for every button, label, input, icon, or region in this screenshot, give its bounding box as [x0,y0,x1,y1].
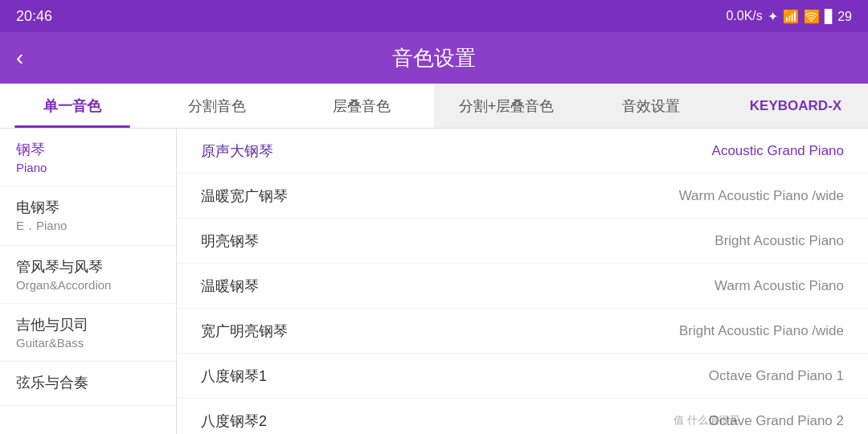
category-list: 钢琴 Piano 电钢琴 E．Piano 管风琴与风琴 Organ&Accord… [0,129,177,434]
tab-split-layer[interactable]: 分割+层叠音色 [434,84,579,128]
page-title: 音色设置 [392,44,476,72]
tab-split[interactable]: 分割音色 [145,84,289,128]
status-bar: 20:46 0.0K/s ✦ 📶 🛜 ▊ 29 [0,0,868,32]
wifi-icon: 🛜 [804,9,820,24]
tab-single[interactable]: 单一音色 [0,84,145,128]
status-right: 0.0K/s ✦ 📶 🛜 ▊ 29 [726,9,852,24]
tab-bar: 单一音色 分割音色 层叠音色 分割+层叠音色 音效设置 KEYBOARD-X [0,84,868,129]
category-item-strings[interactable]: 弦乐与合奏 [0,362,176,406]
battery-icon: ▊ 29 [825,9,852,24]
sound-item-5[interactable]: 八度钢琴1 Octave Grand Piano 1 [177,354,868,399]
tab-effects[interactable]: 音效设置 [579,84,723,128]
category-item-organ[interactable]: 管风琴与风琴 Organ&Accordion [0,246,176,304]
content-area: 钢琴 Piano 电钢琴 E．Piano 管风琴与风琴 Organ&Accord… [0,129,868,434]
network-speed: 0.0K/s [726,9,762,23]
back-button[interactable]: ‹ [16,45,23,71]
header: ‹ 音色设置 [0,32,868,84]
status-time: 20:46 [16,8,52,25]
category-item-guitar[interactable]: 吉他与贝司 Guitar&Bass [0,304,176,362]
category-item-epiano[interactable]: 电钢琴 E．Piano [0,186,176,246]
sound-item-2[interactable]: 明亮钢琴 Bright Acoustic Piano [177,219,868,264]
category-item-piano[interactable]: 钢琴 Piano [0,129,176,186]
tab-layer[interactable]: 层叠音色 [289,84,434,128]
tab-keyboard-x[interactable]: KEYBOARD-X [723,84,868,128]
signal-icon: 📶 [783,9,799,24]
sound-item-4[interactable]: 宽广明亮钢琴 Bright Acoustic Piano /wide [177,309,868,354]
sound-item-0[interactable]: 原声大钢琴 Acoustic Grand Piano [177,129,868,174]
sound-item-3[interactable]: 温暖钢琴 Warm Acoustic Piano [177,264,868,309]
sound-item-6[interactable]: 八度钢琴2 Octave Grand Piano 2 [177,399,868,434]
bluetooth-icon: ✦ [768,9,778,24]
sound-list: 原声大钢琴 Acoustic Grand Piano 温暖宽广钢琴 Warm A… [177,129,868,434]
sound-item-1[interactable]: 温暖宽广钢琴 Warm Acoustic Piano /wide [177,174,868,219]
